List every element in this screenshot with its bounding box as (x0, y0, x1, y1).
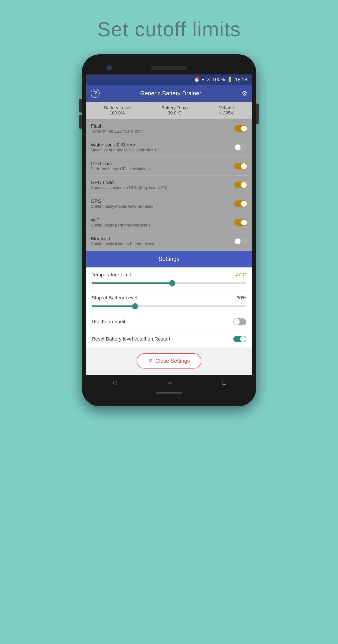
stat-battery-level: Battery Level 100.0% (104, 105, 130, 116)
home-button[interactable]: ○ (168, 379, 171, 386)
feature-wakelock: Wake Lock & Screen Maximise brightness &… (86, 138, 252, 157)
battery-icon: 🔋 (227, 77, 233, 82)
clock: 18:18 (235, 77, 247, 82)
feature-bluetooth-toggle[interactable] (234, 238, 247, 245)
settings-icon[interactable]: ⚙ (242, 90, 247, 97)
volume-down-button[interactable] (79, 115, 82, 128)
feature-flash-toggle[interactable] (234, 125, 247, 132)
battery-level-thumb[interactable] (132, 303, 138, 309)
feature-wakelock-name: Wake Lock & Screen (91, 142, 156, 148)
recent-button[interactable]: □ (223, 379, 226, 386)
status-icons: ⏰ ▾ ✕ 100% 🔋 18:18 (194, 77, 247, 82)
temp-limit-value: 47°C (236, 272, 246, 278)
close-settings-label: Close Settings (155, 358, 190, 364)
feature-wakelock-desc: Maximise brightness & disable sleep (91, 148, 156, 152)
temp-limit-thumb[interactable] (169, 280, 175, 286)
stat-battery-temp: Battery Temp 30.0°C (162, 105, 188, 116)
help-button[interactable]: ? (91, 89, 100, 98)
signal-icon: ✕ (206, 77, 210, 82)
stat-battery-temp-value: 30.0°C (162, 110, 188, 116)
feature-flash: Flash Turns on the LED flash/Torch (86, 119, 252, 138)
page-title: Set cutoff limits (97, 18, 241, 41)
settings-battery-level: Stop at Battery Level 30% (86, 290, 252, 313)
temp-limit-label: Temperature Limit (92, 272, 131, 278)
settings-temp-limit: Temperature Limit 47°C (86, 268, 252, 290)
fahrenheit-label: Use Fahrenheit (92, 319, 125, 325)
feature-gpu: GPU Load Does calculations on GPU (May l… (86, 176, 252, 194)
feature-wifi-name: WiFi (91, 217, 150, 223)
close-x-icon: ✕ (148, 358, 153, 364)
volume-up-button[interactable] (79, 99, 82, 112)
battery-level-fill (92, 306, 135, 307)
feature-gpu-desc: Does calculations on GPU (May load CPU) (91, 185, 168, 190)
settings-reset-battery: Reset Battery level cutoff on Restart (86, 331, 252, 348)
stat-battery-temp-label: Battery Temp (162, 105, 188, 110)
feature-bluetooth: Bluetooth Continuously initiates Bluetoo… (86, 232, 252, 251)
feature-cpu-name: CPU Load (91, 161, 151, 166)
feature-gps-toggle[interactable] (234, 200, 247, 207)
stat-voltage: Voltage 4.395V (219, 105, 234, 116)
power-button (256, 104, 259, 124)
battery-level-label: Stop at Battery Level (92, 295, 137, 301)
stat-battery-level-label: Battery Level (104, 105, 130, 110)
app-header: ? Generic Battery Drainer ⚙ (86, 85, 252, 102)
app-title: Generic Battery Drainer (100, 90, 242, 97)
feature-gps: GPS Continuously makes GPS requests (86, 194, 252, 213)
phone-nav-bar: ◁ ○ □ (86, 375, 252, 388)
screen: ⏰ ▾ ✕ 100% 🔋 18:18 ? Generic Battery Dra… (86, 74, 252, 388)
feature-list: Flash Turns on the LED flash/Torch Wake … (86, 119, 252, 251)
feature-gpu-name: GPU Load (91, 180, 168, 185)
stat-voltage-label: Voltage (219, 105, 234, 110)
feature-bluetooth-desc: Continuously initiates Bluetooth scans (91, 242, 158, 246)
feature-gpu-toggle[interactable] (234, 182, 247, 188)
reset-label: Reset Battery level cutoff on Restart (92, 336, 170, 342)
temp-limit-track (92, 282, 246, 284)
temp-limit-slider[interactable] (92, 281, 246, 285)
feature-wifi: WiFi Continuously performs Wifi scans (86, 213, 252, 232)
feature-gps-name: GPS (91, 198, 153, 204)
fahrenheit-toggle[interactable] (234, 318, 246, 325)
front-camera (106, 65, 112, 70)
feature-cpu-desc: Performs heavy CPU calculations (91, 166, 151, 171)
speaker-grille (151, 66, 187, 70)
close-settings-bar: ✕ Close Settings (86, 348, 252, 375)
temp-limit-fill (92, 282, 172, 284)
feature-wifi-desc: Continuously performs Wifi scans (91, 223, 150, 228)
stat-voltage-value: 4.395V (219, 110, 234, 116)
wifi-icon: ▾ (202, 77, 204, 82)
feature-flash-desc: Turns on the LED flash/Torch (91, 129, 142, 134)
battery-level-slider[interactable] (92, 304, 246, 308)
feature-gps-desc: Continuously makes GPS requests (91, 204, 153, 209)
phone-shell: ⏰ ▾ ✕ 100% 🔋 18:18 ? Generic Battery Dra… (82, 54, 256, 406)
feature-flash-name: Flash (91, 123, 142, 129)
home-indicator (156, 392, 182, 394)
back-button[interactable]: ◁ (112, 379, 116, 386)
stat-battery-level-value: 100.0% (104, 110, 130, 116)
alarm-icon: ⏰ (194, 77, 200, 82)
feature-cpu: CPU Load Performs heavy CPU calculations (86, 157, 252, 176)
power-btn[interactable] (256, 104, 259, 124)
feature-bluetooth-name: Bluetooth (91, 236, 158, 242)
feature-wifi-toggle[interactable] (234, 219, 247, 226)
battery-level-track (92, 306, 246, 307)
phone-top (86, 61, 252, 74)
feature-cpu-toggle[interactable] (234, 163, 247, 170)
stats-bar: Battery Level 100.0% Battery Temp 30.0°C… (86, 102, 252, 119)
close-settings-button[interactable]: ✕ Close Settings (136, 353, 202, 368)
volume-buttons (79, 99, 82, 128)
settings-panel: Settings Temperature Limit 47°C S (86, 251, 252, 375)
battery-percent: 100% (212, 77, 225, 82)
settings-fahrenheit: Use Fahrenheit (86, 314, 252, 330)
reset-toggle[interactable] (234, 336, 246, 342)
battery-level-value: 30% (236, 295, 246, 301)
feature-wakelock-toggle[interactable] (234, 144, 247, 151)
status-bar: ⏰ ▾ ✕ 100% 🔋 18:18 (86, 74, 252, 85)
help-icon: ? (94, 90, 97, 97)
settings-header: Settings (86, 251, 252, 268)
phone-bottom (86, 388, 252, 397)
settings-header-label: Settings (158, 256, 180, 262)
